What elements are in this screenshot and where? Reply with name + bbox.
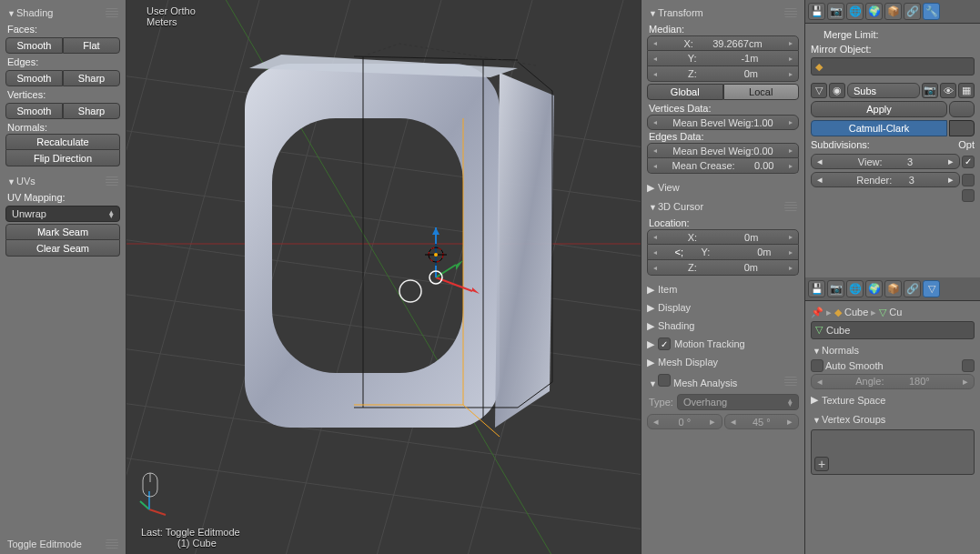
modifier-name-field[interactable]: Subs (847, 83, 920, 98)
edges-label: Edges: (5, 55, 120, 68)
mean-bevel-weight-edges-field[interactable]: ◂Mean Bevel Weig:0.00▸ (647, 143, 799, 158)
mirror-object-field[interactable]: ◆ (811, 57, 975, 76)
svg-line-8 (126, 0, 181, 554)
subdivide-uvs-checkbox[interactable] (962, 189, 975, 202)
scene-tab-icon[interactable]: 🌐 (846, 3, 864, 20)
pin-icon[interactable]: 📌 (811, 307, 823, 318)
mesh-display-panel-header[interactable]: ▶Mesh Display (647, 354, 799, 370)
view-label: User Ortho (146, 5, 196, 16)
faces-flat-button[interactable]: Flat (63, 37, 120, 54)
motion-tracking-panel-header[interactable]: ▶Motion Tracking (647, 336, 799, 352)
mean-bevel-weight-verts-field[interactable]: ◂Mean Bevel Weig:1.00▸ (647, 115, 799, 130)
unwrap-dropdown[interactable]: Unwrap ▴▾ (5, 206, 120, 222)
render-tab-icon[interactable]: 📷 (827, 3, 844, 20)
cursor-z-field[interactable]: ◂Z: 0m▸ (647, 260, 799, 276)
simple-toggle[interactable] (949, 120, 975, 136)
viewport-canvas (126, 0, 641, 554)
display-panel-header[interactable]: ▶Display (647, 299, 799, 316)
cursor-location-label: Location: (647, 217, 799, 229)
median-x-field[interactable]: ◂X: 39.2667cm▸ (647, 35, 799, 51)
uvs-panel-header[interactable]: ▼UVs (5, 173, 120, 189)
modifier-apply-button[interactable]: Apply (811, 101, 947, 117)
properties-tab-strip-2: 💾 📷 🌐 🌍 📦 🔗 ▽ (805, 277, 980, 301)
object-info-label: (1) Cube (141, 538, 240, 549)
mean-crease-field[interactable]: ◂Mean Crease: 0.00▸ (647, 158, 799, 174)
toggle-editmode-redo-panel[interactable]: Toggle Editmode (5, 536, 120, 552)
subdiv-view-field[interactable]: ◂View: 3▸ (811, 154, 960, 169)
vertex-groups-list[interactable]: + (811, 429, 975, 475)
vertices-data-label: Vertices Data: (647, 102, 799, 115)
transform-panel-header[interactable]: ▼Transform (647, 5, 799, 21)
world-tab-icon[interactable]: 🌍 (865, 280, 883, 297)
file-tab-icon[interactable]: 💾 (808, 280, 825, 297)
optimal-display-checkbox[interactable] (962, 156, 975, 168)
view-panel-header[interactable]: ▶View (647, 179, 799, 196)
verts-sharp-button[interactable]: Sharp (63, 103, 120, 119)
auto-smooth-label: Auto Smooth (825, 360, 884, 371)
analysis-min-field[interactable]: ◂0 °▸ (647, 414, 722, 429)
faces-smooth-button[interactable]: Smooth (5, 37, 63, 54)
modifier-render-visibility-button[interactable]: 📷 (922, 83, 938, 98)
world-tab-icon[interactable]: 🌍 (865, 3, 883, 20)
cursor-x-field[interactable]: ◂X: 0m▸ (647, 229, 799, 245)
local-toggle[interactable]: Local (723, 84, 800, 100)
global-toggle[interactable]: Global (647, 84, 723, 100)
clear-seam-button[interactable]: Clear Seam (5, 240, 120, 257)
mark-seam-button[interactable]: Mark Seam (5, 224, 120, 240)
autosmooth-angle-field[interactable]: ◂Angle: 180°▸ (811, 374, 975, 389)
analysis-max-field[interactable]: ◂45 °▸ (724, 414, 800, 429)
datablock-breadcrumb: 📌▸ ◆Cube ▸▽Cu (811, 305, 975, 320)
modifier-expand-button[interactable]: ▽ (811, 83, 827, 98)
object-tab-icon[interactable]: 📦 (884, 3, 902, 20)
3d-viewport[interactable]: User Ortho Meters Last: Toggle Editmode … (126, 0, 641, 554)
properties-editor: 💾 📷 🌐 🌍 📦 🔗 🔧 Merge Limit: Mirror Object… (804, 0, 980, 554)
data-tab-icon[interactable]: ▽ (923, 280, 940, 297)
item-panel-header[interactable]: ▶Item (647, 281, 799, 297)
drag-grip-icon[interactable] (106, 8, 118, 17)
edges-smooth-button[interactable]: Smooth (5, 70, 63, 86)
properties-tab-strip: 💾 📷 🌐 🌍 📦 🔗 🔧 (805, 0, 980, 24)
drag-grip-icon[interactable] (106, 176, 118, 186)
verts-smooth-button[interactable]: Smooth (5, 103, 63, 119)
render-tab-icon[interactable]: 📷 (827, 280, 844, 297)
svg-line-35 (149, 509, 166, 515)
modifier-copy-button[interactable] (949, 101, 975, 117)
shading-panel-header[interactable]: ▼Shading (5, 5, 120, 21)
add-vertex-group-button[interactable]: + (814, 457, 829, 471)
checkbox-icon[interactable] (658, 374, 671, 387)
file-tab-icon[interactable]: 💾 (808, 3, 825, 20)
use-opensubdiv-checkbox[interactable] (962, 174, 975, 186)
cursor-panel-header[interactable]: ▼3D Cursor (647, 198, 799, 215)
flip-normals-button[interactable]: Flip Direction (5, 150, 120, 166)
catmull-clark-toggle[interactable]: Catmull-Clark (811, 120, 947, 136)
drag-grip-icon[interactable] (106, 539, 118, 549)
mesh-analysis-type-dropdown[interactable]: Overhang▴▾ (677, 394, 799, 410)
cursor-y-field[interactable]: ◂<;Y: 0m▸ (647, 245, 799, 260)
drag-grip-icon[interactable] (784, 8, 797, 17)
edges-sharp-button[interactable]: Sharp (63, 70, 120, 86)
modifier-edit-visibility-button[interactable]: ▦ (958, 83, 975, 98)
subdiv-render-field[interactable]: ◂Render: 3▸ (811, 172, 960, 187)
mesh-data-field[interactable]: ▽Cube (811, 321, 975, 339)
modifiers-tab-icon[interactable]: 🔧 (923, 3, 940, 20)
recalculate-normals-button[interactable]: Recalculate (5, 134, 120, 150)
median-y-field[interactable]: ◂Y: -1m▸ (647, 51, 799, 66)
object-tab-icon[interactable]: 📦 (884, 280, 902, 297)
mesh-analysis-panel-header[interactable]: ▼ Mesh Analysis (647, 373, 799, 389)
texture-space-panel-header[interactable]: ▶Texture Space (811, 392, 975, 408)
modifier-viewport-visibility-button[interactable]: 👁 (940, 83, 956, 98)
vertex-groups-panel-header[interactable]: ▼Vertex Groups (811, 411, 975, 428)
scene-tab-icon[interactable]: 🌐 (846, 280, 864, 297)
faces-label: Faces: (5, 23, 120, 35)
double-sided-checkbox[interactable] (962, 359, 975, 372)
shading-panel-header-n[interactable]: ▶Shading (647, 317, 799, 334)
last-operator-label: Last: Toggle Editmode (141, 527, 240, 538)
mesh-analysis-type-label: Type: (647, 396, 675, 408)
median-z-field[interactable]: ◂Z: 0m▸ (647, 66, 799, 82)
constraints-tab-icon[interactable]: 🔗 (904, 280, 921, 297)
checkbox-icon[interactable] (658, 337, 671, 350)
constraints-tab-icon[interactable]: 🔗 (904, 3, 921, 20)
auto-smooth-checkbox[interactable] (811, 359, 823, 372)
normals-panel-header[interactable]: ▼Normals (811, 342, 975, 358)
merge-limit-label: Merge Limit: (811, 27, 975, 42)
